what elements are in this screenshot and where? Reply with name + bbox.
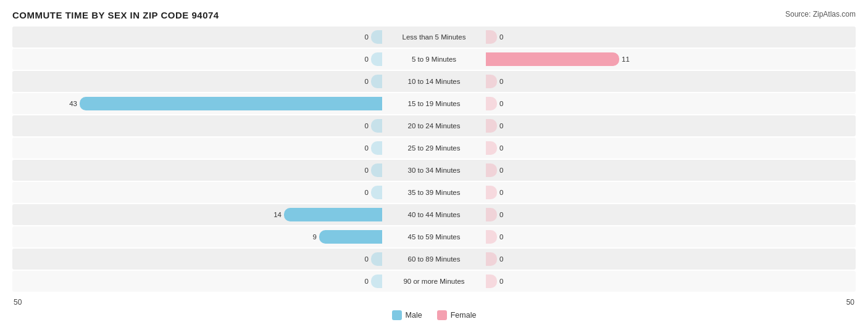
row-label: 40 to 44 Minutes (385, 211, 483, 218)
female-bar (486, 30, 497, 44)
male-swatch (392, 310, 402, 320)
male-bar (371, 52, 382, 66)
male-bar (371, 30, 382, 44)
chart-container: 0 Less than 5 Minutes 0 0 5 to 9 Minutes… (12, 27, 856, 293)
chart-row: 43 15 to 19 Minutes 0 (12, 93, 856, 114)
female-label: Female (451, 311, 477, 320)
row-label: 5 to 9 Minutes (385, 56, 483, 63)
male-value: 0 (351, 78, 369, 85)
chart-row: 14 40 to 44 Minutes 0 (12, 204, 856, 225)
chart-title: COMMUTE TIME BY SEX IN ZIP CODE 94074 (12, 10, 219, 20)
female-value: 0 (499, 100, 517, 107)
female-value: 0 (499, 189, 517, 196)
male-bar (371, 75, 382, 88)
male-value: 0 (351, 33, 369, 41)
row-label: Less than 5 Minutes (385, 33, 483, 41)
male-bar (371, 275, 382, 288)
male-value: 0 (351, 255, 369, 263)
female-bar (486, 230, 497, 244)
female-value: 0 (499, 278, 517, 285)
female-value: 0 (499, 78, 517, 85)
legend-male: Male (392, 310, 422, 320)
female-value: 0 (499, 33, 517, 41)
row-label: 45 to 59 Minutes (385, 233, 483, 241)
chart-row: 0 10 to 14 Minutes 0 (12, 71, 856, 92)
row-label: 10 to 14 Minutes (385, 78, 483, 85)
male-bar (371, 252, 382, 266)
male-value: 0 (351, 189, 369, 196)
row-label: 20 to 24 Minutes (385, 122, 483, 130)
chart-row: 0 35 to 39 Minutes 0 (12, 182, 856, 203)
male-bar (371, 119, 382, 133)
male-bar (371, 186, 382, 199)
female-bar (486, 252, 497, 266)
source-label: Source: ZipAtlas.com (785, 10, 856, 19)
female-value: 0 (499, 233, 517, 241)
chart-row: 0 90 or more Minutes 0 (12, 271, 856, 292)
chart-row: 0 20 to 24 Minutes 0 (12, 115, 856, 136)
chart-row: 0 60 to 89 Minutes 0 (12, 249, 856, 270)
female-bar (486, 52, 619, 66)
chart-row: 9 45 to 59 Minutes 0 (12, 226, 856, 247)
male-value: 0 (351, 122, 369, 130)
axis-right: 50 (846, 298, 854, 307)
male-value: 0 (351, 144, 369, 152)
female-value: 0 (499, 211, 517, 218)
male-value: 43 (60, 100, 77, 107)
male-value: 14 (264, 211, 282, 218)
female-bar (486, 141, 497, 155)
female-bar (486, 275, 497, 288)
male-value: 0 (351, 278, 369, 285)
male-bar (319, 230, 382, 244)
female-bar (486, 186, 497, 199)
female-bar (486, 75, 497, 88)
male-bar (80, 97, 382, 110)
chart-row: 0 5 to 9 Minutes 11 (12, 49, 856, 70)
male-label: Male (406, 311, 422, 320)
axis-left: 50 (14, 298, 22, 307)
female-value: 11 (622, 56, 639, 63)
chart-row: 0 Less than 5 Minutes 0 (12, 27, 856, 47)
male-bar (284, 208, 382, 221)
legend-female: Female (437, 310, 477, 320)
axis-row: 50 50 (12, 298, 856, 307)
row-label: 60 to 89 Minutes (385, 255, 483, 263)
row-label: 90 or more Minutes (385, 278, 483, 285)
female-value: 0 (499, 167, 517, 174)
chart-row: 0 30 to 34 Minutes 0 (12, 160, 856, 181)
male-value: 9 (299, 233, 317, 241)
female-value: 0 (499, 255, 517, 263)
female-value: 0 (499, 144, 517, 152)
row-label: 30 to 34 Minutes (385, 167, 483, 174)
female-swatch (437, 310, 447, 320)
male-bar (371, 141, 382, 155)
row-label: 35 to 39 Minutes (385, 189, 483, 196)
female-bar (486, 208, 497, 221)
male-bar (371, 163, 382, 177)
chart-row: 0 25 to 29 Minutes 0 (12, 138, 856, 159)
male-value: 0 (351, 56, 369, 63)
male-value: 0 (351, 167, 369, 174)
female-value: 0 (499, 122, 517, 130)
row-label: 15 to 19 Minutes (385, 100, 483, 107)
female-bar (486, 119, 497, 133)
legend: Male Female (12, 310, 856, 320)
row-label: 25 to 29 Minutes (385, 144, 483, 152)
female-bar (486, 97, 497, 110)
female-bar (486, 163, 497, 177)
